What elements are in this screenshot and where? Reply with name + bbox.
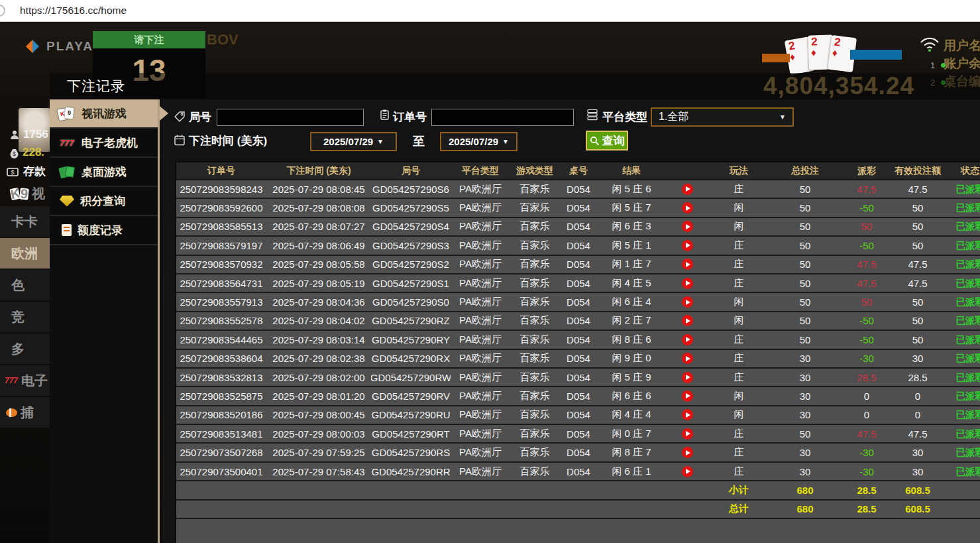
cell-total-bet: 50: [769, 312, 842, 330]
sidebar-item[interactable]: 777电子老虎机: [50, 129, 158, 158]
sidebar-item[interactable]: 积分查询: [50, 187, 158, 216]
bg-nav-item[interactable]: 777电子: [0, 365, 50, 396]
search-button-label: 查询: [602, 133, 625, 149]
header-total-bet: 总投注: [769, 162, 842, 179]
cell-time: 2025-07-29 08:05:19: [266, 274, 371, 292]
cell-play: [665, 293, 709, 310]
cell-bet-side: 闲: [709, 199, 769, 216]
cell-table-no: D054: [559, 293, 598, 310]
replay-button[interactable]: [682, 184, 693, 195]
bg-nav-label: 电子: [21, 372, 48, 390]
cell-payout: 0: [842, 406, 892, 424]
cell-total-bet: 50: [769, 274, 842, 292]
cell-play: [665, 350, 709, 367]
replay-button[interactable]: [682, 240, 693, 251]
cell-result: 闲 8 庄 6: [598, 331, 665, 348]
cell-round: GD054257290RV: [371, 387, 451, 404]
url-text[interactable]: https://175616.cc/home: [20, 0, 127, 21]
cell-empty: [176, 481, 709, 499]
replay-button[interactable]: [682, 259, 693, 270]
replay-button[interactable]: [682, 278, 693, 289]
cell-bet-side: 闲: [709, 312, 769, 330]
cell-play: [665, 444, 709, 461]
table-row: 2507290735072682025-07-29 07:59:25GD0542…: [176, 444, 980, 462]
replay-button[interactable]: [682, 466, 693, 477]
browser-url-bar[interactable]: https://175616.cc/home: [0, 0, 980, 22]
cell-table-no: D054: [559, 369, 598, 386]
bg-nav-item[interactable]: 卡卡: [0, 206, 50, 237]
cell-result: 闲 6 庄 4: [598, 293, 665, 310]
replay-button[interactable]: [682, 353, 693, 364]
cell-payout: -50: [842, 312, 892, 330]
cell-platform: PA欧洲厅: [451, 218, 510, 235]
cards-icon: K9: [58, 107, 76, 120]
platform-list-icon: [586, 109, 599, 121]
bg-nav-item[interactable]: 捕: [0, 397, 50, 428]
cell-payout: 47.5: [842, 180, 892, 198]
replay-button[interactable]: [682, 296, 693, 308]
cell-status: 已派彩: [944, 256, 980, 273]
cell-order: 250729083525875: [176, 387, 266, 404]
cell-play: [665, 463, 709, 480]
cell-result: 闲 0 庄 7: [598, 425, 665, 442]
chevron-down-icon: ▼: [779, 113, 786, 121]
clipboard-icon: [378, 109, 390, 121]
search-button[interactable]: 查询: [586, 131, 628, 151]
cell-order: 250729083544465: [176, 331, 266, 348]
replay-button[interactable]: [682, 221, 693, 232]
cell-total-bet: 50: [769, 199, 842, 216]
replay-button[interactable]: [682, 334, 693, 345]
cell-time: 2025-07-29 08:06:49: [266, 237, 371, 254]
cell-round: GD054257290S0: [371, 293, 451, 310]
cell-table-no: D054: [559, 218, 598, 235]
cell-bet-side: 庄: [709, 463, 769, 480]
cell-bet-side: 闲: [709, 293, 769, 310]
sidebar-item[interactable]: 额度记录: [50, 216, 158, 245]
cell-total-bet: 30: [769, 406, 842, 424]
cell-time: 2025-07-29 07:59:25: [266, 444, 371, 461]
sidebar-item[interactable]: 桌面游戏: [50, 158, 158, 187]
cell-bet-side: 庄: [709, 425, 769, 442]
cell-status: 已派彩: [944, 218, 980, 235]
replay-button[interactable]: [682, 409, 693, 420]
bg-nav-item[interactable]: 欧洲: [0, 238, 50, 269]
replay-button[interactable]: [682, 391, 693, 402]
cell-game: 百家乐: [510, 312, 559, 330]
order-input[interactable]: [431, 109, 574, 126]
bg-nav-item[interactable]: 多: [0, 333, 50, 364]
cell-platform: PA欧洲厅: [451, 350, 510, 367]
cell-game: 百家乐: [510, 237, 559, 254]
round-input[interactable]: [217, 109, 364, 126]
cell-total_bet: 680: [769, 481, 842, 499]
bg-nav-item[interactable]: 色: [0, 270, 50, 300]
bg-nav-item[interactable]: 竞: [0, 302, 50, 332]
cell-payout: 28.5: [842, 501, 892, 518]
platform-select[interactable]: 1.全部 ▼: [651, 107, 794, 127]
cell-total-bet: 50: [769, 180, 842, 198]
table-row: 2507290835386042025-07-29 08:02:38GD0542…: [176, 350, 980, 369]
date-to-picker[interactable]: 2025/07/29 ▼: [440, 132, 517, 151]
table-row: 2507290835647312025-07-29 08:05:19GD0542…: [176, 274, 980, 293]
cell-time: 2025-07-29 08:00:45: [266, 406, 371, 424]
sidebar-item[interactable]: K9视讯游戏: [50, 99, 158, 129]
cell-order: 250729083557913: [176, 293, 266, 310]
cell-result: 闲 4 庄 5: [598, 274, 665, 292]
replay-button[interactable]: [682, 202, 693, 213]
sidebar-item-label: 桌面游戏: [82, 164, 127, 180]
cell-bet-side: 庄: [709, 350, 769, 367]
cell-valid-bet: 50: [892, 331, 944, 348]
username-text: 1756: [23, 128, 48, 141]
order-filter-label: 订单号: [393, 108, 427, 126]
table-filler: [176, 519, 980, 543]
deposit-button[interactable]: $ 存款: [7, 164, 46, 179]
replay-button[interactable]: [682, 447, 693, 458]
cell-result: 闲 6 庄 6: [598, 387, 665, 404]
cell-platform: PA欧洲厅: [451, 444, 510, 461]
date-from-picker[interactable]: 2025/07/29 ▼: [310, 132, 397, 151]
replay-button[interactable]: [682, 428, 693, 440]
cell-order: 250729083520186: [176, 406, 266, 424]
cell-payout: 50: [842, 293, 892, 310]
replay-button[interactable]: [682, 372, 693, 383]
cell-table-no: D054: [559, 199, 598, 216]
replay-button[interactable]: [682, 315, 693, 326]
